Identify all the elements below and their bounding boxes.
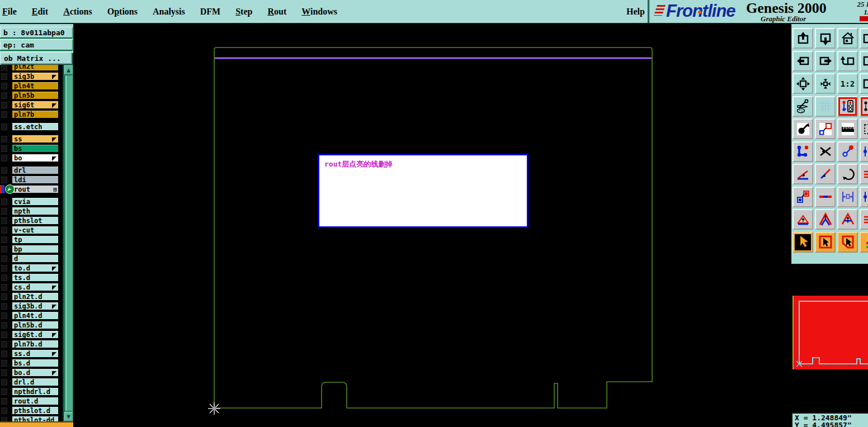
layer-context-toggle[interactable] — [1, 322, 7, 329]
layer-context-toggle[interactable] — [1, 417, 7, 422]
layer-context-toggle[interactable] — [1, 255, 7, 262]
layer-button[interactable]: pln4t — [12, 82, 59, 90]
line-slope-button[interactable] — [815, 164, 836, 184]
menu-edit[interactable]: Edit — [32, 7, 48, 17]
pan-center-button[interactable] — [815, 73, 836, 94]
layer-context-toggle[interactable] — [1, 83, 7, 89]
transform-button[interactable] — [815, 118, 836, 139]
scrollbar-thumb[interactable] — [65, 75, 74, 411]
layer-button[interactable]: npthdrl.d — [12, 387, 59, 396]
clipped-bottom-button[interactable] — [0, 421, 73, 427]
layer-button[interactable]: d — [12, 254, 59, 263]
triangle-mark-button[interactable] — [792, 209, 813, 230]
layer-button[interactable]: ss.d — [12, 349, 59, 358]
layer-context-toggle[interactable] — [1, 124, 7, 130]
layer-context-toggle[interactable] — [1, 379, 7, 386]
menu-rout[interactable]: Rout — [267, 7, 286, 17]
arrow-mark-button[interactable] — [837, 209, 858, 230]
layer-context-toggle[interactable] — [1, 217, 7, 224]
layer-context-toggle[interactable] — [1, 265, 7, 272]
layer-button[interactable]: sig6t — [12, 101, 59, 109]
select-frame-button[interactable] — [815, 232, 836, 253]
layer-button[interactable]: pln2t.d — [12, 292, 59, 301]
line-angle-button[interactable] — [792, 164, 813, 184]
grid-button[interactable] — [815, 96, 836, 117]
layer-context-toggle[interactable] — [1, 227, 7, 234]
partial-box-button[interactable] — [860, 28, 868, 49]
swap-pad-button[interactable] — [792, 187, 813, 207]
zoom-fit-button[interactable] — [792, 73, 813, 94]
layer-button[interactable]: bs.d — [12, 359, 59, 367]
layer-context-toggle[interactable] — [1, 92, 7, 99]
menu-options[interactable]: Options — [107, 7, 138, 17]
layer-button[interactable]: pthslot — [12, 216, 59, 225]
resize-pad-button[interactable] — [837, 141, 858, 162]
netlist-2-button[interactable] — [860, 96, 868, 117]
menu-windows[interactable]: Windows — [301, 7, 337, 17]
netlist-button[interactable] — [837, 96, 858, 117]
partial-lines-button[interactable] — [860, 209, 868, 230]
layer-context-toggle[interactable] — [1, 312, 7, 319]
layer-context-toggle[interactable] — [1, 65, 7, 71]
layer-context-toggle[interactable] — [1, 341, 7, 348]
menu-analysis[interactable]: Analysis — [153, 7, 185, 17]
layer-context-toggle[interactable] — [1, 145, 7, 152]
layer-button[interactable]: rout.d — [12, 397, 59, 405]
layer-button[interactable]: ss.etch — [12, 122, 59, 131]
job-matrix-button[interactable]: ob Matrix ... — [0, 52, 72, 64]
layer-button[interactable]: drl.d — [12, 378, 59, 386]
partial-box-button[interactable] — [860, 51, 868, 72]
rotate-button[interactable] — [837, 164, 858, 184]
ruler-button[interactable] — [837, 118, 858, 139]
scrollbar-up-icon[interactable]: ▲ — [64, 65, 73, 74]
layer-context-toggle[interactable] — [1, 388, 7, 395]
layer-context-toggle[interactable] — [1, 198, 7, 205]
layer-context-toggle[interactable] — [1, 369, 7, 376]
layer-button[interactable]: ss — [12, 135, 59, 143]
menu-file[interactable]: File — [2, 7, 17, 17]
gap-measure-button[interactable] — [837, 187, 858, 207]
partial-lines-button[interactable] — [860, 164, 868, 184]
layer-button[interactable]: to.d — [12, 264, 59, 272]
layer-context-toggle[interactable] — [1, 350, 7, 357]
overview-pane[interactable] — [791, 264, 868, 412]
scrollbar-down-icon[interactable]: ▼ — [64, 412, 73, 421]
layer-context-toggle[interactable] — [1, 111, 7, 118]
layer-context-toggle[interactable] — [1, 398, 7, 405]
layer-context-toggle[interactable] — [1, 73, 7, 80]
home-button[interactable] — [837, 28, 858, 49]
pan-left-button[interactable] — [792, 51, 813, 72]
layer-context-toggle[interactable] — [1, 208, 7, 215]
layer-button[interactable]: pln5b — [12, 91, 59, 99]
layer-button[interactable]: pln5b.d — [12, 321, 59, 329]
layer-context-toggle[interactable] — [1, 177, 7, 183]
layer-button[interactable]: bs — [12, 144, 59, 153]
layer-button[interactable]: rout⊞ — [12, 185, 59, 193]
move-button[interactable] — [792, 118, 813, 139]
layer-button[interactable]: pln7b.d — [12, 340, 59, 348]
layer-context-toggle[interactable] — [1, 136, 7, 143]
layer-context-toggle[interactable] — [1, 407, 7, 414]
layer-list-scrollbar[interactable]: ▲ ▼ — [63, 65, 73, 421]
zoom-out-button[interactable] — [815, 28, 836, 49]
layer-button[interactable]: tp — [12, 235, 59, 244]
layer-context-toggle[interactable] — [1, 284, 7, 291]
select-pointer-button[interactable] — [792, 232, 813, 253]
layer-context-toggle[interactable] — [1, 274, 7, 281]
menu-help[interactable]: Help — [626, 0, 645, 23]
layer-button[interactable]: pln2t — [12, 65, 59, 71]
layer-button[interactable]: pln7b — [12, 110, 59, 118]
pan-right-button[interactable] — [815, 51, 836, 72]
layer-button[interactable]: sig6t.d — [12, 330, 59, 339]
connections-button[interactable] — [792, 141, 813, 162]
menu-actions[interactable]: Actions — [63, 7, 92, 17]
layer-context-toggle[interactable] — [1, 102, 7, 108]
chevron-mark-button[interactable] — [815, 209, 836, 230]
layer-button[interactable]: bp — [12, 245, 59, 253]
layer-context-toggle[interactable] — [1, 236, 7, 243]
select-area-button[interactable] — [860, 118, 868, 139]
layer-button[interactable]: pthslot-dd.d — [12, 416, 59, 421]
layer-button[interactable]: drl — [12, 166, 59, 174]
previous-view-button[interactable] — [837, 51, 858, 72]
partial-dot-button[interactable] — [860, 187, 868, 207]
